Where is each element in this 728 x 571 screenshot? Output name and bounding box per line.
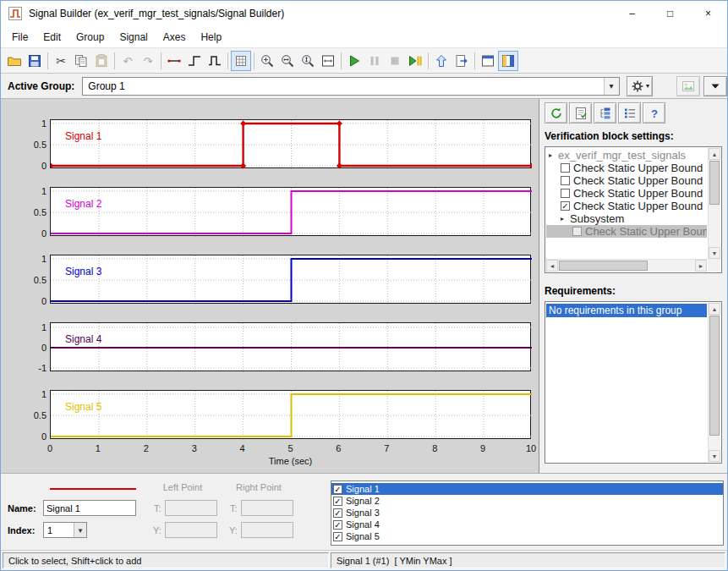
open-model-button[interactable] <box>452 51 472 71</box>
show-verification-panel-button[interactable] <box>498 51 518 71</box>
verification-tree-item[interactable]: ✓Check Static Upper Bound <box>546 200 707 212</box>
y-tick-label: 0.5 <box>21 410 47 420</box>
copy-button[interactable] <box>71 51 91 71</box>
dock-button[interactable] <box>478 51 498 71</box>
x-tick-label: 6 <box>336 443 341 453</box>
right-y-input <box>241 522 293 538</box>
plot-canvas <box>51 323 532 372</box>
signal-plot-1[interactable]: Signal 100.51 <box>50 119 531 168</box>
active-group-combobox[interactable]: Group 1 ▾ <box>82 77 619 96</box>
minimize-button[interactable]: – <box>613 1 651 26</box>
draw-step-button[interactable] <box>184 51 205 71</box>
run-button[interactable] <box>344 51 364 71</box>
scrollbar-thumb[interactable] <box>709 161 720 205</box>
checkbox-icon[interactable]: ✓ <box>333 508 342 518</box>
checkbox-icon[interactable]: ✓ <box>561 201 570 211</box>
signal-plot-3[interactable]: Signal 300.51 <box>50 255 531 304</box>
draw-pulse-button[interactable] <box>205 51 225 71</box>
svg-text:↶: ↶ <box>123 54 133 67</box>
menubar: FileEditGroupSignalAxesHelp <box>1 26 727 48</box>
grid-icon <box>233 53 249 69</box>
snap-to-grid-button[interactable] <box>231 51 251 71</box>
run-all-button[interactable] <box>405 51 425 71</box>
verification-tree-item[interactable]: Check Static Upper Bound <box>546 225 707 238</box>
chevron-down-icon: ▾ <box>604 78 619 95</box>
signal-index-select[interactable]: 1 ▾ <box>43 522 87 538</box>
expander-icon[interactable]: ▸ <box>561 215 570 222</box>
scrollbar-thumb[interactable] <box>559 261 648 271</box>
y-tick-label: 1 <box>21 389 47 399</box>
draw-line-icon <box>167 53 182 69</box>
active-group-value: Group 1 <box>88 80 124 92</box>
draw-line-button[interactable] <box>164 51 184 71</box>
main-content: Signal 100.51Signal 200.51Signal 300.51S… <box>1 99 727 473</box>
cut-button[interactable]: ✂ <box>51 51 71 71</box>
hide-panel-button[interactable] <box>703 76 727 96</box>
fit-to-view-button[interactable] <box>318 51 338 71</box>
zoom-in-t-button[interactable] <box>277 51 298 71</box>
y-tick-label: 1 <box>21 118 47 129</box>
checkbox-icon[interactable] <box>572 227 582 236</box>
refresh-verification-button[interactable] <box>545 102 567 124</box>
menu-help[interactable]: Help <box>193 29 229 46</box>
signal-list-item[interactable]: ✓Signal 5 <box>331 530 723 542</box>
scroll-right-icon[interactable]: ► <box>695 260 707 272</box>
signal-name-input[interactable] <box>43 500 136 516</box>
checkbox-icon[interactable]: ✓ <box>333 497 342 506</box>
save-button[interactable] <box>25 51 45 71</box>
signal-plot-2[interactable]: Signal 200.51 <box>50 187 531 236</box>
checkbox-icon[interactable]: ✓ <box>333 532 342 541</box>
scroll-down-icon[interactable]: ▼ <box>709 450 720 462</box>
verification-tree-item[interactable]: Check Static Upper Bound <box>546 187 707 200</box>
group-settings-button[interactable]: ▾ <box>627 76 654 96</box>
verification-tree-item[interactable]: Check Static Upper Bound <box>546 162 707 174</box>
signal-plot-5[interactable]: Signal 500.51 <box>50 390 531 439</box>
index-value: 1 <box>47 525 52 535</box>
left-t-input <box>165 500 217 516</box>
scrollbar-thumb[interactable] <box>709 316 720 436</box>
menu-edit[interactable]: Edit <box>36 29 68 46</box>
verification-tree-item[interactable]: ▸ex_verif_mgr_test_signals <box>546 149 707 162</box>
scroll-down-icon[interactable]: ▼ <box>709 247 720 259</box>
maximize-button[interactable]: □ <box>651 1 689 26</box>
requirements-scrollbar[interactable]: ▲ ▼ <box>708 303 720 462</box>
signal-plot-4[interactable]: Signal 4-101 <box>50 322 531 371</box>
requirement-item[interactable]: No requirements in this group <box>546 304 707 317</box>
checkbox-icon[interactable]: ✓ <box>333 520 342 530</box>
scroll-up-icon[interactable]: ▲ <box>709 148 720 160</box>
zoom-in-xy-button[interactable] <box>257 51 277 71</box>
checkbox-icon[interactable] <box>561 176 570 185</box>
signal-list-item[interactable]: ✓Signal 2 <box>331 495 723 507</box>
close-button[interactable]: × <box>689 1 727 26</box>
paste-button <box>91 51 112 71</box>
checkbox-icon[interactable] <box>561 189 570 198</box>
signal-list-item[interactable]: ✓Signal 3 <box>331 507 723 519</box>
menu-signal[interactable]: Signal <box>112 29 155 46</box>
active-group-bar: Active Group: Group 1 ▾ ▾ <box>1 74 727 99</box>
signal-list-label: Signal 1 <box>346 484 380 494</box>
up-to-parent-button[interactable] <box>431 51 452 71</box>
tree-horizontal-scrollbar[interactable]: ◄ ► <box>546 259 707 272</box>
zoom-in-y-button[interactable] <box>298 51 318 71</box>
verification-tree-item[interactable]: Check Static Upper Bound <box>546 174 707 187</box>
tree-vertical-scrollbar[interactable]: ▲ ▼ <box>708 148 720 259</box>
menu-group[interactable]: Group <box>68 29 112 46</box>
signal-list-item[interactable]: ✓Signal 1 <box>331 483 723 495</box>
expander-icon[interactable]: ▸ <box>549 151 558 159</box>
checkbox-icon[interactable] <box>561 163 570 173</box>
scroll-up-icon[interactable]: ▲ <box>709 303 720 315</box>
verification-help-button[interactable]: ? <box>643 102 665 124</box>
tree-view-button[interactable] <box>594 102 616 124</box>
open-button[interactable] <box>4 51 25 71</box>
y-tick-label: 0.5 <box>21 140 47 150</box>
list-view-button[interactable] <box>618 102 641 124</box>
show-requirements-button[interactable] <box>569 102 592 124</box>
menu-axes[interactable]: Axes <box>156 29 194 46</box>
menu-file[interactable]: File <box>4 29 36 46</box>
fit-view-icon <box>320 53 336 69</box>
verification-tree-item[interactable]: ▸Subsystem <box>546 212 707 225</box>
scroll-left-icon[interactable]: ◄ <box>546 260 558 272</box>
checkbox-icon[interactable]: ✓ <box>333 485 342 494</box>
app-icon <box>8 6 23 21</box>
signal-list-item[interactable]: ✓Signal 4 <box>331 519 723 530</box>
